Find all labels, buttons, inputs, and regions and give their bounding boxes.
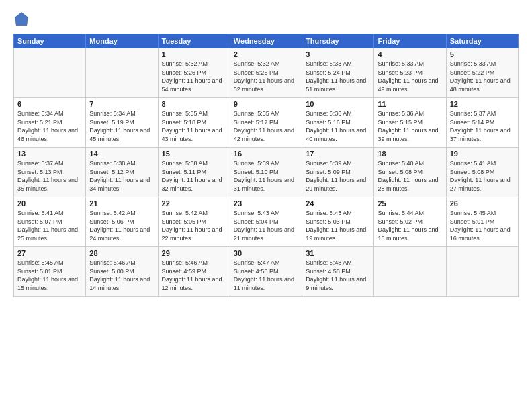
day-number: 21 [89, 199, 154, 208]
day-info: Sunrise: 5:34 AMSunset: 5:19 PMDaylight:… [89, 109, 154, 143]
calendar-header-sunday: Sunday [14, 34, 86, 48]
calendar-cell: 30Sunrise: 5:47 AMSunset: 4:58 PMDayligh… [230, 247, 302, 297]
day-info: Sunrise: 5:43 AMSunset: 5:04 PMDaylight:… [234, 209, 298, 242]
calendar-cell: 1Sunrise: 5:32 AMSunset: 5:26 PMDaylight… [158, 48, 230, 98]
day-number: 4 [378, 50, 442, 58]
calendar-cell: 26Sunrise: 5:45 AMSunset: 5:01 PMDayligh… [446, 197, 518, 247]
day-info: Sunrise: 5:42 AMSunset: 5:05 PMDaylight:… [162, 209, 226, 242]
day-info: Sunrise: 5:37 AMSunset: 5:13 PMDaylight:… [17, 159, 82, 193]
calendar-cell: 13Sunrise: 5:37 AMSunset: 5:13 PMDayligh… [14, 148, 86, 197]
calendar-header-tuesday: Tuesday [158, 34, 230, 48]
svg-marker-1 [15, 13, 28, 25]
calendar-cell: 6Sunrise: 5:34 AMSunset: 5:21 PMDaylight… [14, 98, 86, 148]
day-number: 10 [306, 100, 370, 108]
day-info: Sunrise: 5:47 AMSunset: 4:58 PMDaylight:… [234, 259, 298, 292]
calendar-cell: 9Sunrise: 5:35 AMSunset: 5:17 PMDaylight… [230, 98, 302, 148]
day-info: Sunrise: 5:32 AMSunset: 5:26 PMDaylight:… [162, 60, 226, 93]
day-number: 6 [17, 100, 82, 108]
calendar-cell: 4Sunrise: 5:33 AMSunset: 5:23 PMDaylight… [374, 48, 446, 98]
calendar-cell: 21Sunrise: 5:42 AMSunset: 5:06 PMDayligh… [86, 197, 158, 247]
calendar-cell: 14Sunrise: 5:38 AMSunset: 5:12 PMDayligh… [86, 148, 158, 197]
calendar-cell: 23Sunrise: 5:43 AMSunset: 5:04 PMDayligh… [230, 197, 302, 247]
day-number: 18 [378, 150, 442, 158]
day-number: 20 [17, 199, 82, 208]
day-number: 16 [234, 150, 298, 158]
day-number: 27 [17, 249, 82, 257]
calendar-cell: 11Sunrise: 5:36 AMSunset: 5:15 PMDayligh… [374, 98, 446, 148]
day-info: Sunrise: 5:38 AMSunset: 5:11 PMDaylight:… [162, 159, 226, 193]
day-number: 13 [17, 150, 82, 158]
day-number: 15 [162, 150, 226, 158]
day-info: Sunrise: 5:39 AMSunset: 5:09 PMDaylight:… [306, 159, 370, 193]
day-number: 7 [89, 100, 154, 108]
day-info: Sunrise: 5:39 AMSunset: 5:10 PMDaylight:… [234, 159, 298, 193]
day-number: 28 [89, 249, 154, 257]
day-number: 14 [89, 150, 154, 158]
day-info: Sunrise: 5:45 AMSunset: 5:01 PMDaylight:… [450, 209, 515, 242]
day-info: Sunrise: 5:33 AMSunset: 5:22 PMDaylight:… [450, 60, 515, 93]
day-number: 19 [450, 150, 515, 158]
day-info: Sunrise: 5:38 AMSunset: 5:12 PMDaylight:… [89, 159, 154, 193]
day-info: Sunrise: 5:35 AMSunset: 5:17 PMDaylight:… [234, 109, 298, 143]
day-number: 24 [306, 199, 370, 208]
day-info: Sunrise: 5:44 AMSunset: 5:02 PMDaylight:… [378, 209, 442, 242]
calendar-cell: 19Sunrise: 5:41 AMSunset: 5:08 PMDayligh… [446, 148, 518, 197]
day-info: Sunrise: 5:33 AMSunset: 5:24 PMDaylight:… [306, 60, 370, 93]
calendar-cell: 12Sunrise: 5:37 AMSunset: 5:14 PMDayligh… [446, 98, 518, 148]
calendar-cell [446, 247, 518, 297]
day-number: 11 [378, 100, 442, 108]
day-number: 25 [378, 199, 442, 208]
day-number: 5 [450, 50, 515, 58]
day-number: 8 [162, 100, 226, 108]
calendar-cell: 16Sunrise: 5:39 AMSunset: 5:10 PMDayligh… [230, 148, 302, 197]
calendar-week-row: 27Sunrise: 5:45 AMSunset: 5:01 PMDayligh… [14, 247, 519, 297]
day-number: 29 [162, 249, 226, 257]
logo [13, 11, 32, 27]
calendar-week-row: 20Sunrise: 5:41 AMSunset: 5:07 PMDayligh… [14, 197, 519, 247]
day-info: Sunrise: 5:36 AMSunset: 5:16 PMDaylight:… [306, 109, 370, 143]
day-number: 17 [306, 150, 370, 158]
day-number: 9 [234, 100, 298, 108]
day-info: Sunrise: 5:37 AMSunset: 5:14 PMDaylight:… [450, 109, 515, 143]
day-info: Sunrise: 5:46 AMSunset: 4:59 PMDaylight:… [162, 259, 226, 292]
day-info: Sunrise: 5:40 AMSunset: 5:08 PMDaylight:… [378, 159, 442, 193]
day-number: 12 [450, 100, 515, 108]
day-number: 23 [234, 199, 298, 208]
calendar-cell: 2Sunrise: 5:32 AMSunset: 5:25 PMDaylight… [230, 48, 302, 98]
calendar-cell: 25Sunrise: 5:44 AMSunset: 5:02 PMDayligh… [374, 197, 446, 247]
day-info: Sunrise: 5:34 AMSunset: 5:21 PMDaylight:… [17, 109, 82, 143]
day-number: 3 [306, 50, 370, 58]
calendar-cell: 28Sunrise: 5:46 AMSunset: 5:00 PMDayligh… [86, 247, 158, 297]
day-number: 26 [450, 199, 515, 208]
calendar-cell: 20Sunrise: 5:41 AMSunset: 5:07 PMDayligh… [14, 197, 86, 247]
day-number: 2 [234, 50, 298, 58]
calendar-cell [86, 48, 158, 98]
calendar-week-row: 6Sunrise: 5:34 AMSunset: 5:21 PMDaylight… [14, 98, 519, 148]
day-info: Sunrise: 5:42 AMSunset: 5:06 PMDaylight:… [89, 209, 154, 242]
calendar-header-monday: Monday [86, 34, 158, 48]
calendar-cell: 8Sunrise: 5:35 AMSunset: 5:18 PMDaylight… [158, 98, 230, 148]
day-info: Sunrise: 5:41 AMSunset: 5:08 PMDaylight:… [450, 159, 515, 193]
calendar-cell: 15Sunrise: 5:38 AMSunset: 5:11 PMDayligh… [158, 148, 230, 197]
day-number: 22 [162, 199, 226, 208]
calendar-cell [14, 48, 86, 98]
calendar-cell: 22Sunrise: 5:42 AMSunset: 5:05 PMDayligh… [158, 197, 230, 247]
day-info: Sunrise: 5:33 AMSunset: 5:23 PMDaylight:… [378, 60, 442, 93]
calendar-header-thursday: Thursday [302, 34, 374, 48]
calendar-week-row: 1Sunrise: 5:32 AMSunset: 5:26 PMDaylight… [14, 48, 519, 98]
calendar-cell: 24Sunrise: 5:43 AMSunset: 5:03 PMDayligh… [302, 197, 374, 247]
calendar-cell: 7Sunrise: 5:34 AMSunset: 5:19 PMDaylight… [86, 98, 158, 148]
day-info: Sunrise: 5:32 AMSunset: 5:25 PMDaylight:… [234, 60, 298, 93]
logo-icon [13, 11, 30, 27]
day-number: 30 [234, 249, 298, 257]
calendar-cell: 17Sunrise: 5:39 AMSunset: 5:09 PMDayligh… [302, 148, 374, 197]
day-info: Sunrise: 5:41 AMSunset: 5:07 PMDaylight:… [17, 209, 82, 242]
calendar-header-saturday: Saturday [446, 34, 518, 48]
day-info: Sunrise: 5:46 AMSunset: 5:00 PMDaylight:… [89, 259, 154, 292]
calendar-cell: 18Sunrise: 5:40 AMSunset: 5:08 PMDayligh… [374, 148, 446, 197]
calendar-cell: 31Sunrise: 5:48 AMSunset: 4:58 PMDayligh… [302, 247, 374, 297]
calendar-header-wednesday: Wednesday [230, 34, 302, 48]
day-number: 1 [162, 50, 226, 58]
day-info: Sunrise: 5:45 AMSunset: 5:01 PMDaylight:… [17, 259, 82, 292]
calendar-cell [374, 247, 446, 297]
